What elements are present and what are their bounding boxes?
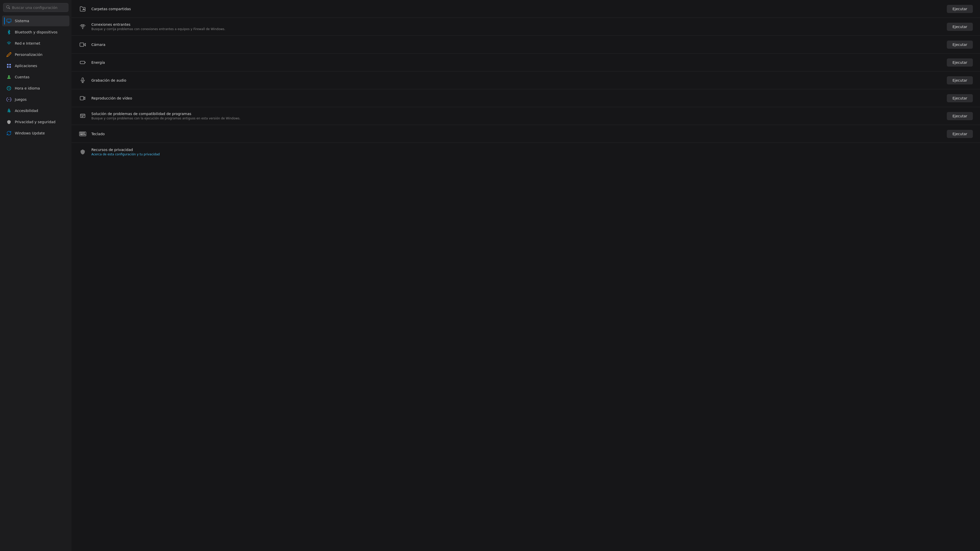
- svg-point-11: [10, 99, 11, 100]
- sidebar-label-accesibilidad: Accesibilidad: [15, 109, 38, 113]
- btn-video-ejecutar[interactable]: Ejecutar: [947, 94, 973, 102]
- sidebar-item-cuentas[interactable]: Cuentas: [2, 72, 69, 83]
- aplicaciones-icon: [6, 63, 12, 68]
- personalizacion-icon: [6, 52, 12, 57]
- sidebar-item-accesibilidad[interactable]: Accesibilidad: [2, 105, 69, 116]
- svg-rect-2: [8, 23, 10, 23]
- sidebar: Sistema Bluetooth y dispositivos Red e I…: [0, 0, 72, 551]
- video-title: Reproducción de vídeo: [91, 96, 942, 100]
- svg-rect-1: [8, 22, 10, 23]
- camara-title: Cámara: [91, 43, 942, 47]
- btn-energia-ejecutar[interactable]: Ejecutar: [947, 59, 973, 67]
- folder-shared-icon: [79, 5, 87, 13]
- shield-privacy-icon: [79, 148, 87, 156]
- privacidad-icon: [6, 119, 12, 125]
- privacidad-recursos-title: Recursos de privacidad: [91, 148, 973, 152]
- teclado-title: Teclado: [91, 132, 942, 136]
- bluetooth-icon: [6, 29, 12, 35]
- sidebar-label-bluetooth: Bluetooth y dispositivos: [15, 30, 57, 34]
- svg-rect-17: [80, 61, 85, 64]
- carpetas-text: Carpetas compartidas: [91, 7, 942, 11]
- battery-icon: [79, 59, 87, 67]
- sidebar-label-update: Windows Update: [15, 131, 45, 135]
- svg-rect-0: [7, 19, 11, 22]
- svg-point-13: [8, 109, 9, 110]
- sistema-icon: [6, 18, 12, 24]
- search-input[interactable]: [12, 6, 65, 10]
- sidebar-item-personalizacion[interactable]: Personalización: [2, 49, 69, 60]
- sidebar-label-sistema: Sistema: [15, 19, 29, 23]
- row-camara: Cámara Ejecutar: [72, 36, 980, 54]
- svg-rect-22: [80, 114, 85, 118]
- sidebar-item-juegos[interactable]: Juegos: [2, 94, 69, 105]
- sidebar-item-aplicaciones[interactable]: Aplicaciones: [2, 60, 69, 71]
- sidebar-label-cuentas: Cuentas: [15, 75, 30, 79]
- svg-rect-5: [7, 66, 9, 68]
- row-privacidad-recursos: Recursos de privacidad Acerca de esta co…: [72, 143, 980, 161]
- update-icon: [6, 130, 12, 136]
- camara-text: Cámara: [91, 43, 942, 47]
- svg-rect-21: [80, 97, 84, 100]
- wifi-icon: [6, 41, 12, 46]
- btn-conexiones-ejecutar[interactable]: Ejecutar: [947, 23, 973, 31]
- row-conexiones: Conexiones entrantes Busque y corrija pr…: [72, 18, 980, 36]
- microphone-icon: [79, 76, 87, 84]
- row-teclado: Teclado Ejecutar: [72, 125, 980, 143]
- sidebar-label-privacidad: Privacidad y seguridad: [15, 120, 56, 124]
- compat-text: Solución de problemas de compatibilidad …: [91, 112, 942, 120]
- svg-rect-27: [80, 133, 81, 133]
- teclado-text: Teclado: [91, 132, 942, 136]
- sidebar-item-sistema[interactable]: Sistema: [2, 16, 69, 26]
- btn-audio-ejecutar[interactable]: Ejecutar: [947, 76, 973, 84]
- carpetas-title: Carpetas compartidas: [91, 7, 942, 11]
- btn-camara-ejecutar[interactable]: Ejecutar: [947, 41, 973, 49]
- search-bar[interactable]: [3, 3, 68, 12]
- svg-point-15: [83, 28, 83, 29]
- row-carpetas-compartidas: Carpetas compartidas Ejecutar: [72, 0, 980, 18]
- main-content: Carpetas compartidas Ejecutar Conexiones…: [72, 0, 980, 551]
- compat-icon: [79, 112, 87, 120]
- svg-rect-16: [80, 43, 84, 46]
- hora-icon: [6, 86, 12, 91]
- sidebar-item-update[interactable]: Windows Update: [2, 128, 69, 138]
- compat-title: Solución de problemas de compatibilidad …: [91, 112, 942, 116]
- video-icon: [79, 94, 87, 102]
- sidebar-item-bluetooth[interactable]: Bluetooth y dispositivos: [2, 27, 69, 38]
- sidebar-item-hora[interactable]: Hora e idioma: [2, 83, 69, 94]
- btn-carpetas-ejecutar[interactable]: Ejecutar: [947, 5, 973, 13]
- svg-rect-31: [80, 134, 81, 135]
- wifi-incoming-icon: [79, 23, 87, 31]
- sidebar-label-hora: Hora e idioma: [15, 86, 40, 90]
- video-text: Reproducción de vídeo: [91, 96, 942, 100]
- btn-compat-ejecutar[interactable]: Ejecutar: [947, 112, 973, 120]
- sidebar-label-aplicaciones: Aplicaciones: [15, 64, 37, 68]
- camera-icon: [79, 41, 87, 49]
- svg-rect-6: [10, 66, 11, 68]
- troubleshooter-list: Carpetas compartidas Ejecutar Conexiones…: [72, 0, 980, 161]
- svg-rect-28: [81, 133, 82, 133]
- audio-title: Grabación de audio: [91, 78, 942, 83]
- sidebar-label-personalizacion: Personalización: [15, 52, 42, 57]
- svg-rect-29: [83, 133, 83, 133]
- svg-rect-4: [10, 64, 11, 65]
- sidebar-item-privacidad[interactable]: Privacidad y seguridad: [2, 117, 69, 127]
- row-video: Reproducción de vídeo Ejecutar: [72, 89, 980, 107]
- sidebar-label-red: Red e Internet: [15, 41, 40, 45]
- row-compatibilidad: Solución de problemas de compatibilidad …: [72, 107, 980, 125]
- compat-desc: Busque y corrija problemas con la ejecuc…: [91, 117, 942, 120]
- svg-point-12: [10, 100, 11, 100]
- accesibilidad-icon: [6, 108, 12, 114]
- audio-text: Grabación de audio: [91, 78, 942, 83]
- svg-rect-30: [84, 133, 85, 133]
- keyboard-icon: [79, 130, 87, 138]
- energia-text: Energía: [91, 60, 942, 65]
- svg-rect-34: [85, 134, 85, 135]
- btn-teclado-ejecutar[interactable]: Ejecutar: [947, 130, 973, 138]
- search-icon: [6, 5, 10, 10]
- conexiones-title: Conexiones entrantes: [91, 22, 942, 27]
- svg-rect-18: [82, 78, 83, 81]
- cuentas-icon: [6, 74, 12, 80]
- conexiones-text: Conexiones entrantes Busque y corrija pr…: [91, 22, 942, 31]
- juegos-icon: [6, 97, 12, 102]
- sidebar-item-red[interactable]: Red e Internet: [2, 38, 69, 49]
